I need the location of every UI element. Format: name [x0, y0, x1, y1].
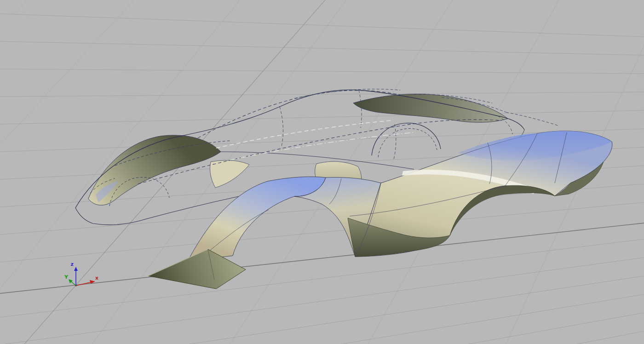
z-axis-label: z: [71, 261, 74, 267]
x-axis-label: x: [95, 275, 98, 281]
cad-viewport[interactable]: x Y z: [0, 0, 644, 344]
y-axis-label: Y: [64, 274, 69, 280]
